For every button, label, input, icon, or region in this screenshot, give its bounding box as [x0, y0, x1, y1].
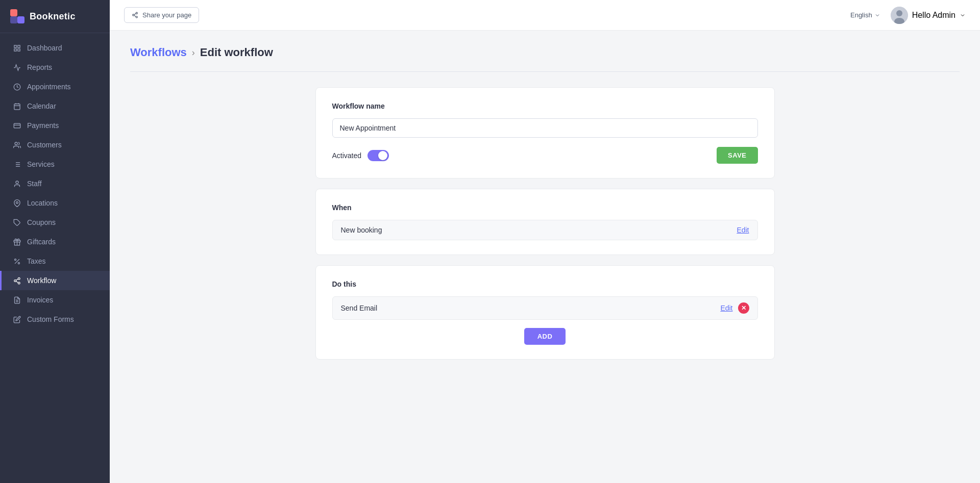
sidebar-item-label: Customers — [27, 141, 62, 149]
sidebar-item-staff[interactable]: Staff — [0, 174, 110, 193]
coupons-icon — [13, 218, 21, 226]
action-value: Send Email — [341, 304, 378, 312]
logo-icon — [10, 9, 24, 23]
sidebar-item-label: Taxes — [27, 257, 46, 265]
sidebar-item-appointments[interactable]: Appointments — [0, 77, 110, 96]
svg-point-27 — [14, 259, 16, 260]
trigger-edit-link[interactable]: Edit — [737, 226, 749, 234]
sidebar-item-giftcards[interactable]: Giftcards — [0, 232, 110, 251]
activated-label: Activated — [332, 151, 362, 160]
user-chevron-down-icon — [960, 12, 966, 18]
avatar — [891, 7, 908, 24]
sidebar-item-label: Custom Forms — [27, 315, 74, 323]
sidebar-item-taxes[interactable]: Taxes — [0, 251, 110, 271]
sidebar-nav: Dashboard Reports Appointments Calendar — [0, 33, 110, 483]
logo-text: Booknetic — [30, 11, 76, 22]
sidebar-item-invoices[interactable]: Invoices — [0, 290, 110, 310]
services-icon — [13, 160, 21, 168]
customers-icon — [13, 141, 21, 149]
share-button-label: Share your page — [142, 11, 191, 19]
sidebar-item-label: Locations — [27, 199, 58, 207]
reports-icon — [13, 63, 21, 71]
do-this-card-title: Do this — [332, 280, 758, 288]
taxes-icon — [13, 257, 21, 265]
sidebar-item-label: Staff — [27, 180, 42, 188]
sidebar-item-label: Reports — [27, 63, 52, 71]
appointments-icon — [13, 83, 21, 91]
svg-rect-4 — [17, 45, 19, 47]
do-this-card: Do this Send Email Edit ✕ ADD — [315, 265, 775, 360]
svg-point-36 — [136, 12, 137, 14]
sidebar-item-label: Giftcards — [27, 238, 56, 246]
svg-line-33 — [16, 279, 18, 280]
header-left: Share your page — [124, 7, 199, 23]
add-action-button[interactable]: ADD — [524, 328, 566, 345]
staff-icon — [13, 180, 21, 188]
dashboard-icon — [13, 44, 21, 52]
sidebar-item-label: Services — [27, 160, 55, 168]
trigger-value: New booking — [341, 226, 382, 234]
sidebar-item-label: Calendar — [27, 102, 56, 110]
logo[interactable]: Booknetic — [0, 0, 110, 33]
sidebar: Booknetic Dashboard Reports Appointments — [0, 0, 110, 483]
activated-row: Activated — [332, 150, 389, 161]
share-page-button[interactable]: Share your page — [124, 7, 199, 23]
svg-line-39 — [134, 15, 136, 16]
workflow-name-card-footer: Activated SAVE — [332, 147, 758, 164]
sidebar-item-coupons[interactable]: Coupons — [0, 213, 110, 232]
svg-point-38 — [136, 16, 137, 18]
user-name: Hello Admin — [912, 11, 955, 20]
share-icon — [132, 12, 138, 18]
svg-point-22 — [16, 201, 18, 204]
sidebar-item-label: Dashboard — [27, 44, 62, 52]
action-edit-link[interactable]: Edit — [720, 304, 732, 312]
workflow-name-card: Workflow name Activated SAVE — [315, 87, 775, 179]
language-selector[interactable]: English — [850, 11, 880, 19]
action-field-row-actions: Edit ✕ — [720, 302, 749, 314]
custom-forms-icon — [13, 315, 21, 323]
when-card-title: When — [332, 204, 758, 212]
main-wrapper: Share your page English Hello Admin — [110, 0, 980, 483]
sidebar-item-services[interactable]: Services — [0, 155, 110, 174]
breadcrumb-separator: › — [192, 47, 195, 58]
chevron-down-icon — [874, 12, 880, 18]
sidebar-item-custom-forms[interactable]: Custom Forms — [0, 310, 110, 329]
sidebar-item-calendar[interactable]: Calendar — [0, 96, 110, 116]
breadcrumb-current: Edit workflow — [200, 46, 273, 59]
save-button[interactable]: SAVE — [717, 147, 757, 164]
page-divider — [130, 71, 960, 72]
sidebar-item-label: Payments — [27, 121, 59, 130]
sidebar-item-workflow[interactable]: Workflow — [0, 271, 110, 290]
user-menu[interactable]: Hello Admin — [891, 7, 966, 24]
invoices-icon — [13, 296, 21, 304]
svg-line-26 — [15, 259, 19, 264]
svg-rect-0 — [10, 9, 17, 16]
calendar-icon — [13, 102, 21, 110]
svg-line-40 — [134, 14, 136, 15]
breadcrumb: Workflows › Edit workflow — [130, 46, 960, 59]
svg-rect-6 — [17, 48, 19, 50]
sidebar-item-label: Coupons — [27, 218, 56, 226]
sidebar-item-label: Workflow — [27, 276, 56, 285]
svg-point-28 — [18, 262, 19, 264]
svg-line-32 — [16, 281, 18, 282]
svg-point-30 — [14, 279, 16, 282]
svg-point-29 — [18, 277, 20, 279]
sidebar-item-payments[interactable]: Payments — [0, 116, 110, 135]
trigger-field-row: New booking Edit — [332, 220, 758, 240]
sidebar-item-label: Invoices — [27, 296, 53, 304]
svg-rect-12 — [14, 123, 20, 128]
svg-point-37 — [133, 14, 134, 16]
workflow-name-input[interactable] — [332, 118, 758, 138]
sidebar-item-customers[interactable]: Customers — [0, 135, 110, 155]
activated-toggle[interactable] — [368, 150, 389, 161]
breadcrumb-parent-link[interactable]: Workflows — [130, 46, 187, 59]
svg-rect-2 — [10, 16, 17, 23]
payments-icon — [13, 121, 21, 130]
sidebar-item-locations[interactable]: Locations — [0, 193, 110, 213]
remove-action-button[interactable]: ✕ — [738, 302, 749, 314]
sidebar-item-dashboard[interactable]: Dashboard — [0, 38, 110, 58]
svg-rect-5 — [14, 48, 16, 50]
page-content: Workflows › Edit workflow Workflow name … — [110, 31, 980, 483]
sidebar-item-reports[interactable]: Reports — [0, 58, 110, 77]
